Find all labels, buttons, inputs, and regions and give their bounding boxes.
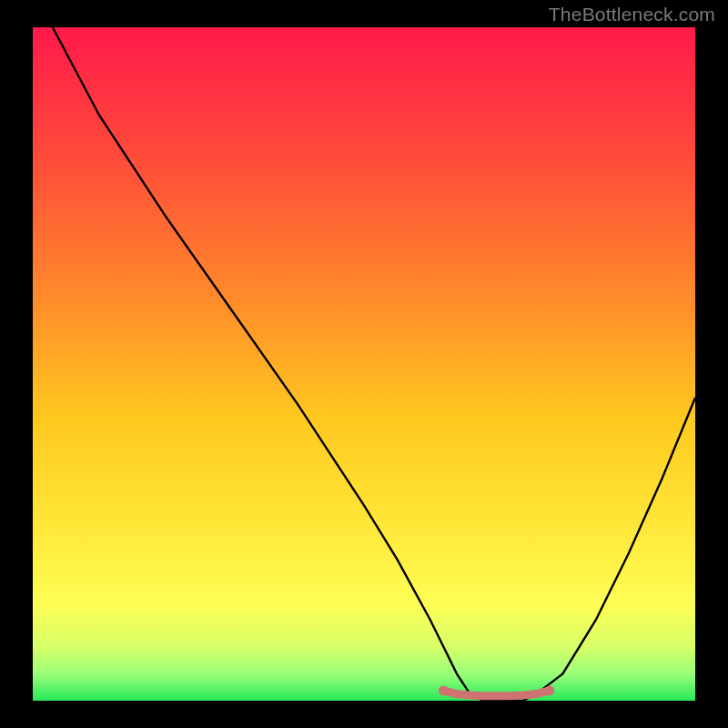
chart-container: TheBottleneck.com	[0, 0, 728, 728]
optimum-endpoint-right	[544, 685, 554, 695]
curve-layer	[33, 27, 695, 701]
plot-area	[33, 27, 695, 701]
optimum-band-marker	[443, 691, 549, 696]
watermark-text: TheBottleneck.com	[549, 4, 715, 25]
optimum-endpoint-left	[439, 685, 449, 695]
bottleneck-curve	[53, 27, 695, 701]
